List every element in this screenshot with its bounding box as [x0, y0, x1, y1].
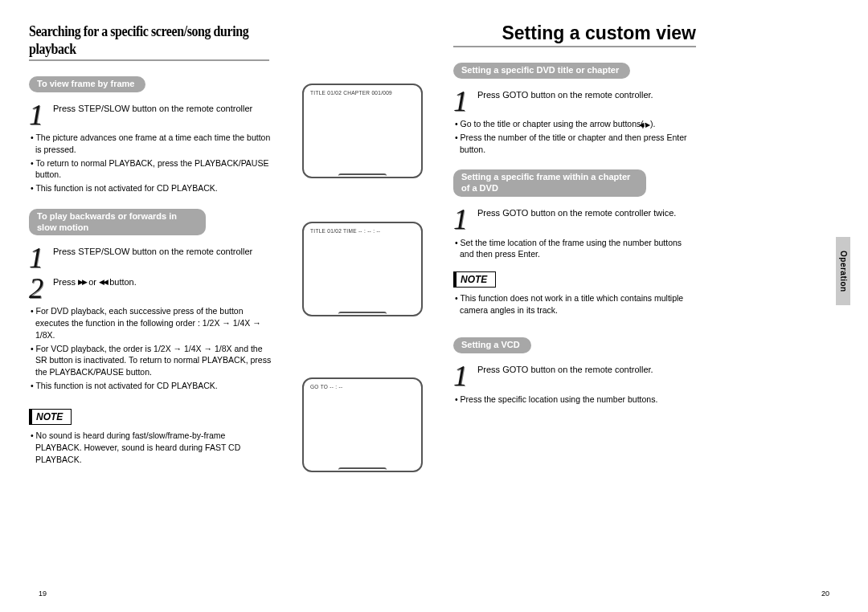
bullet: This function is not activated for CD PL…: [29, 182, 272, 194]
step-text: Press STEP/SLOW button on the remote con…: [53, 100, 272, 115]
note-label: NOTE: [453, 271, 496, 288]
bullet: The picture advances one frame at a time…: [29, 132, 272, 155]
step-r3: 1 Press GOTO button on the remote contro…: [453, 361, 696, 389]
note-text: No sound is heard during fast/slow/frame…: [29, 430, 272, 465]
step-2b: 2 Press or button.: [29, 274, 272, 301]
bullet: This function is not activated for CD PL…: [29, 380, 272, 392]
step-r1: 1 Press GOTO button on the remote contro…: [453, 87, 696, 114]
t: Go to the title or chapter using the arr…: [461, 119, 644, 129]
step-number-1-icon: 1: [453, 87, 477, 114]
bullet: Press the specific location using the nu…: [453, 394, 696, 406]
pill-frame-by-frame: To view frame by frame: [29, 76, 145, 92]
step-number-1-icon: 1: [29, 243, 53, 271]
tv-screen-3: GO TO -- : --: [302, 377, 423, 472]
bullets-frame: The picture advances one frame at a time…: [29, 132, 272, 194]
section-tab-label: Operation: [839, 251, 848, 292]
osd-label: GO TO -- : --: [310, 384, 343, 390]
right-heading: Setting a custom view: [453, 22, 696, 47]
page-number-left: 19: [39, 590, 47, 598]
page-number-right: 20: [821, 590, 829, 598]
step-number-1-icon: 1: [29, 100, 53, 128]
osd-label: TITLE 01/02 TIME -- : -- : --: [310, 228, 380, 234]
step-1a: 1 Press STEP/SLOW button on the remote c…: [29, 100, 272, 128]
step-text: Press GOTO button on the remote controll…: [477, 361, 696, 376]
step-text: Press or button.: [53, 274, 272, 288]
left-heading: Searching for a specific screen/song dur…: [29, 22, 269, 61]
section-tab: Operation: [836, 237, 850, 305]
t: Press: [53, 277, 78, 287]
t: ).: [650, 119, 655, 129]
pill-slow-motion: To play backwards or forwards in slow mo…: [29, 209, 206, 236]
pill-vcd: Setting a VCD: [453, 337, 531, 353]
tv-screen-1: TITLE 01/02 CHAPTER 001/009: [302, 84, 423, 178]
osd-label: TITLE 01/02 CHAPTER 001/009: [310, 90, 392, 96]
pill-dvd-frame: Setting a specific frame within a chapte…: [453, 169, 646, 197]
manual-spread: Searching for a specific screen/song dur…: [0, 0, 868, 612]
bullets-slow: For DVD playback, each successive press …: [29, 305, 272, 391]
screens-column: TITLE 01/02 CHAPTER 001/009 TITLE 01/02 …: [278, 22, 447, 598]
bullet: To return to normal PLAYBACK, press the …: [29, 157, 272, 181]
t: or: [86, 277, 99, 287]
right-page: Setting a custom view Setting a specific…: [447, 22, 696, 598]
bullet: For VCD playback, the order is 1/2X → 1/…: [29, 343, 272, 378]
bullet: For DVD playback, each successive press …: [29, 305, 272, 341]
step-text: Press STEP/SLOW button on the remote con…: [53, 243, 272, 258]
bullets-r1: Go to the title or chapter using the arr…: [453, 118, 696, 155]
step-r2: 1 Press GOTO button on the remote contro…: [453, 205, 696, 232]
bullet: Press the number of the title or chapter…: [453, 132, 696, 155]
bullets-r2: Set the time location of the frame using…: [453, 237, 696, 260]
step-number-1-icon: 1: [453, 205, 477, 232]
left-right-arrow-icon: [644, 121, 650, 129]
step-1b: 1 Press STEP/SLOW button on the remote c…: [29, 243, 272, 271]
step-text: Press GOTO button on the remote controll…: [477, 87, 696, 101]
note-text: This function does not work in a title w…: [453, 292, 696, 316]
fast-forward-icon: [78, 279, 86, 286]
note-label: NOTE: [29, 409, 72, 425]
step-text: Press GOTO button on the remote controll…: [477, 205, 696, 219]
step-number-1-icon: 1: [453, 361, 477, 389]
rewind-icon: [99, 279, 107, 286]
step-number-2-icon: 2: [29, 274, 53, 301]
bullet: Go to the title or chapter using the arr…: [453, 118, 696, 130]
t: button.: [107, 277, 137, 287]
bullets-r3: Press the specific location using the nu…: [453, 394, 696, 406]
tv-screen-2: TITLE 01/02 TIME -- : -- : --: [302, 222, 423, 316]
bullet: Set the time location of the frame using…: [453, 237, 696, 260]
pill-dvd-title: Setting a specific DVD title or chapter: [453, 63, 630, 79]
left-page: Searching for a specific screen/song dur…: [29, 22, 278, 598]
